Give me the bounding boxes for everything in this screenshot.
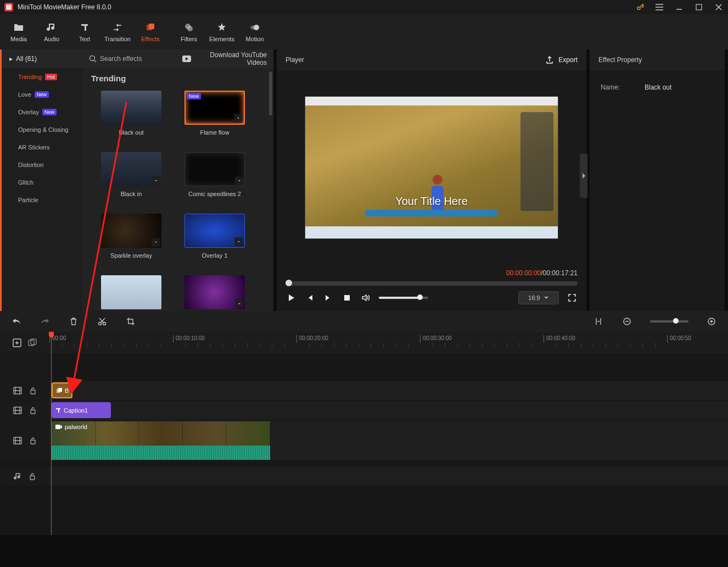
play-button[interactable] (285, 292, 296, 303)
effect-card[interactable]: Comic speedlines 2 (175, 152, 255, 197)
sidebar-item-overlay[interactable]: OverlayNew (2, 103, 82, 121)
maximize-button[interactable] (694, 2, 704, 12)
time-total: 00:00:17:21 (543, 269, 578, 277)
timeline-ruler[interactable]: 00:0000:00:10:0000:00:20:0000:00:30:0000… (49, 332, 728, 354)
minimize-button[interactable] (674, 2, 684, 12)
download-icon[interactable] (235, 299, 244, 308)
toolbar-motion[interactable]: Motion (238, 18, 271, 46)
effect-card[interactable]: NewFlame flow (175, 91, 255, 136)
sidebar-item-particle[interactable]: Particle (2, 191, 82, 209)
toolbar-effects[interactable]: Effects (134, 18, 167, 46)
undo-button[interactable] (11, 316, 22, 327)
export-button[interactable]: Export (545, 55, 578, 64)
zoom-slider[interactable] (650, 320, 688, 323)
player-panel: Player Export Your Title Here 00:00:00:0… (277, 49, 586, 311)
folder-icon (13, 21, 25, 34)
toolbar-text[interactable]: Text (68, 18, 101, 46)
effects-panel: ▸All (61) TrendingHotLoveNewOverlayNewOp… (0, 49, 273, 311)
sidebar-item-love[interactable]: LoveNew (2, 86, 82, 103)
volume-slider[interactable] (379, 297, 428, 299)
property-header: Effect Property (590, 49, 725, 70)
sidebar-item-glitch[interactable]: Glitch (2, 174, 82, 191)
effect-card[interactable] (175, 275, 255, 311)
player-title: Player (285, 56, 545, 64)
download-icon[interactable] (152, 238, 160, 247)
svg-point-6 (187, 26, 193, 31)
time-current: 00:00:00:00 (506, 269, 541, 277)
svg-rect-29 (30, 476, 35, 480)
toolbar-transition[interactable]: Transition (101, 18, 134, 46)
sidebar-header-all[interactable]: ▸All (61) (2, 49, 82, 68)
sidebar-item-distortion[interactable]: Distortion (2, 156, 82, 174)
lock-icon[interactable] (30, 387, 36, 394)
sidebar-item-opening-closing[interactable]: Opening & Closing (2, 121, 82, 138)
panel-collapse-handle[interactable] (580, 154, 587, 198)
redo-button[interactable] (40, 316, 51, 327)
music-note-icon (46, 21, 58, 34)
crop-button[interactable] (125, 316, 136, 327)
download-icon[interactable] (152, 176, 160, 185)
download-youtube-link[interactable]: Download YouTube Videos (182, 51, 267, 66)
video-clip[interactable]: palworld (52, 421, 270, 459)
search-effects[interactable]: Search effects (89, 55, 177, 63)
effects-track[interactable]: B (0, 380, 728, 400)
playhead[interactable] (51, 332, 52, 535)
split-button[interactable] (97, 316, 108, 327)
toolbar-filters[interactable]: Filters (172, 18, 205, 46)
lock-icon[interactable] (30, 437, 36, 444)
svg-point-13 (99, 323, 102, 325)
close-button[interactable] (714, 2, 724, 12)
toolbar-audio[interactable]: Audio (35, 18, 68, 46)
timeline-fit-button[interactable] (593, 316, 604, 327)
export-icon (545, 55, 554, 64)
toolbar-media[interactable]: Media (2, 18, 35, 46)
fullscreen-button[interactable] (567, 292, 578, 303)
menu-icon[interactable] (654, 2, 664, 12)
effects-scrollbar[interactable] (269, 71, 272, 115)
sidebar-item-ar-stickers[interactable]: AR Stickers (2, 138, 82, 156)
lock-icon[interactable] (29, 472, 36, 480)
motion-icon (249, 21, 261, 34)
effect-clip[interactable]: B (52, 382, 72, 398)
aspect-ratio-select[interactable]: 16:9 (518, 291, 559, 304)
add-track-button[interactable] (12, 338, 22, 348)
prev-frame-button[interactable] (304, 292, 315, 303)
effect-card[interactable] (91, 275, 171, 311)
tracks-collapse-button[interactable] (27, 338, 37, 348)
effects-category-sidebar: ▸All (61) TrendingHotLoveNewOverlayNewOp… (0, 49, 82, 311)
download-icon[interactable] (235, 176, 244, 185)
zoom-in-button[interactable] (706, 316, 717, 327)
stop-button[interactable] (341, 292, 352, 303)
audio-track[interactable] (0, 466, 728, 486)
film-icon (13, 407, 22, 414)
effect-card[interactable]: Overlay 1 (175, 214, 255, 259)
svg-rect-25 (31, 410, 35, 414)
svg-rect-12 (344, 295, 350, 301)
effect-card[interactable]: Black in (91, 152, 171, 197)
text-icon (55, 407, 61, 414)
zoom-out-button[interactable] (621, 316, 632, 327)
svg-rect-27 (31, 440, 35, 444)
svg-rect-21 (31, 390, 35, 394)
video-track[interactable]: palworld (0, 420, 728, 460)
timeline-toolbar (0, 311, 728, 332)
volume-button[interactable] (360, 292, 371, 303)
svg-point-14 (103, 323, 106, 325)
download-icon[interactable] (234, 114, 243, 123)
effect-card[interactable]: Sparkle overlay (91, 214, 171, 259)
caption-clip[interactable]: Caption1 (52, 402, 111, 418)
premium-key-icon[interactable] (636, 3, 645, 12)
video-preview[interactable]: Your Title Here (305, 96, 558, 239)
lock-icon[interactable] (30, 407, 36, 414)
download-icon[interactable] (234, 237, 243, 246)
svg-point-10 (90, 56, 95, 61)
youtube-icon (182, 55, 191, 62)
svg-rect-28 (55, 425, 60, 429)
effect-card[interactable]: Black out (91, 91, 171, 136)
player-scrubber[interactable] (285, 281, 578, 286)
delete-button[interactable] (68, 316, 79, 327)
toolbar-elements[interactable]: Elements (205, 18, 238, 46)
sidebar-item-trending[interactable]: TrendingHot (2, 68, 82, 86)
caption-track[interactable]: Caption1 (0, 400, 728, 420)
next-frame-button[interactable] (323, 292, 334, 303)
